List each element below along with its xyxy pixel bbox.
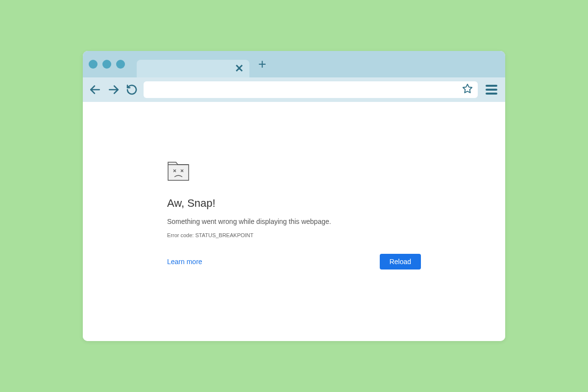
learn-more-link[interactable]: Learn more bbox=[167, 258, 202, 266]
forward-button[interactable] bbox=[107, 83, 120, 96]
reload-page-button[interactable]: Reload bbox=[380, 254, 421, 270]
svg-marker-2 bbox=[463, 84, 472, 93]
minimize-window-button[interactable] bbox=[102, 60, 111, 69]
reload-button[interactable] bbox=[126, 84, 138, 96]
browser-tab[interactable]: ✕ bbox=[137, 60, 249, 77]
traffic-lights bbox=[89, 60, 125, 69]
close-tab-icon[interactable]: ✕ bbox=[235, 63, 244, 74]
error-title: Aw, Snap! bbox=[167, 197, 421, 210]
new-tab-button[interactable]: + bbox=[258, 57, 266, 71]
toolbar bbox=[83, 77, 505, 102]
arrow-right-icon bbox=[107, 83, 120, 96]
star-icon bbox=[462, 83, 473, 94]
sad-folder-icon bbox=[167, 161, 421, 183]
error-actions: Learn more Reload bbox=[167, 254, 421, 270]
address-bar[interactable] bbox=[144, 81, 478, 98]
back-button[interactable] bbox=[89, 83, 101, 96]
maximize-window-button[interactable] bbox=[116, 60, 125, 69]
bookmark-button[interactable] bbox=[462, 83, 473, 96]
menu-button[interactable] bbox=[484, 83, 499, 97]
error-container: Aw, Snap! Something went wrong while dis… bbox=[167, 161, 421, 270]
tab-bar: ✕ + bbox=[83, 51, 505, 77]
arrow-left-icon bbox=[89, 83, 101, 96]
close-window-button[interactable] bbox=[89, 60, 98, 69]
page-content: Aw, Snap! Something went wrong while dis… bbox=[83, 102, 505, 341]
error-code: Error code: STATUS_BREAKPOINT bbox=[167, 232, 421, 238]
hamburger-icon bbox=[486, 85, 497, 87]
error-message: Something went wrong while displaying th… bbox=[167, 218, 421, 225]
browser-window: ✕ + bbox=[83, 51, 505, 341]
reload-icon bbox=[126, 84, 138, 96]
